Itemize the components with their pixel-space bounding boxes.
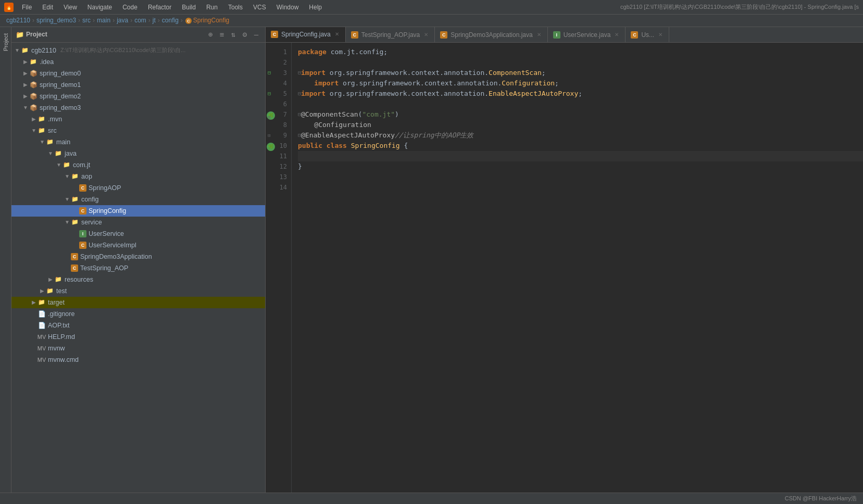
- kw-import-3: import: [301, 68, 326, 78]
- tree-aoptxt[interactable]: ▶ 📄 AOP.txt: [11, 320, 265, 331]
- demo3-icon: 📦: [29, 104, 37, 112]
- status-csdn: CSDN @FBI HackerHarry浩: [785, 495, 857, 502]
- menu-help[interactable]: Help: [305, 3, 326, 12]
- anno-enableaspect: @EnableAspectJAutoProxy: [301, 130, 395, 141]
- tree-mvnwcmd[interactable]: ▶ MV mvnw.cmd: [11, 354, 265, 366]
- tree-spring-demo3[interactable]: ▼ 📦 spring_demo3: [11, 102, 265, 114]
- tab-userservice-close[interactable]: ✕: [614, 31, 620, 39]
- tree-springdemo3app[interactable]: ▶ C SpringDemo3Application: [11, 251, 265, 262]
- target-icon: 📁: [37, 298, 46, 307]
- demo1-icon: 📦: [29, 81, 37, 89]
- springdemo3app-icon: C: [71, 253, 78, 260]
- tree-mvn[interactable]: ▶ 📁 .mvn: [11, 114, 265, 125]
- code-line-14: [298, 182, 863, 193]
- breadcrumb-spring_demo3[interactable]: spring_demo3: [36, 17, 76, 24]
- tree-spring-demo0[interactable]: ▶ 📦 spring_demo0: [11, 68, 265, 79]
- menu-run[interactable]: Run: [202, 3, 222, 12]
- tree-resources[interactable]: ▶ 📁 resources: [11, 274, 265, 285]
- root-arrow: ▼: [14, 47, 21, 54]
- kw-import-4: import: [314, 78, 339, 89]
- line-num-14: 14: [266, 182, 291, 193]
- demo2-icon: 📦: [29, 92, 37, 100]
- breadcrumb-com[interactable]: com: [134, 17, 146, 24]
- code-line-5: ⊟ import org.springframework.context.ann…: [298, 89, 863, 99]
- main-area: Project 📁 Project ⊕ ≡ ⇅ ⚙ — ▼ 📁 cgb2110 …: [0, 27, 863, 493]
- tab-us-icon: C: [631, 31, 638, 39]
- code-editor[interactable]: 1 2 ⊟ 3 4 ⊟ 5 6 🌿 ⊟ 7: [266, 43, 863, 493]
- tree-comjt[interactable]: ▼ 📁 com.jt: [11, 159, 265, 171]
- kw-package: package: [298, 47, 327, 57]
- panel-toolbar: ⊕ ≡ ⇅ ⚙ —: [206, 30, 261, 39]
- anno-componentscan: @ComponentScan: [301, 109, 358, 120]
- spring-icon-10: 🌿: [267, 143, 275, 151]
- resources-icon: 📁: [54, 275, 62, 284]
- springaop-icon: C: [79, 184, 86, 192]
- tree-springaop[interactable]: ▶ C SpringAOP: [11, 182, 265, 194]
- demo3-label: spring_demo3: [40, 104, 81, 111]
- tab-springdemo3app-icon: C: [440, 31, 447, 39]
- tab-userservice[interactable]: I UserService.java ✕: [548, 27, 626, 43]
- line-num-5: ⊟ 5: [266, 89, 291, 99]
- tree-spring-demo1[interactable]: ▶ 📦 spring_demo1: [11, 79, 265, 91]
- tab-springdemo3app[interactable]: C SpringDemo3Application.java ✕: [435, 27, 547, 43]
- toolbar-collapse-btn[interactable]: ≡: [217, 30, 227, 39]
- menu-file[interactable]: File: [18, 3, 36, 12]
- tree-gitignore[interactable]: ▶ 📄 .gitignore: [11, 308, 265, 320]
- tree-mvnw[interactable]: ▶ MV mvnw: [11, 343, 265, 354]
- tree-userserviceimpl[interactable]: ▶ C UserServiceImpl: [11, 240, 265, 251]
- menu-vcs[interactable]: VCS: [249, 3, 270, 12]
- service-icon: 📁: [71, 218, 79, 226]
- toolbar-add-btn[interactable]: ⊕: [206, 30, 215, 39]
- breadcrumb-jt[interactable]: jt: [153, 17, 156, 24]
- toolbar-hide-btn[interactable]: —: [252, 30, 261, 39]
- project-tab-label[interactable]: Project: [2, 31, 10, 53]
- tree-aop[interactable]: ▼ 📁 aop: [11, 171, 265, 182]
- tree-helpmd[interactable]: ▶ MV HELP.md: [11, 331, 265, 343]
- breadcrumb-cgb2110[interactable]: cgb2110: [6, 17, 30, 24]
- tree-userservice[interactable]: ▶ I UserService: [11, 228, 265, 240]
- breadcrumb-springconfig[interactable]: CSpringConfig: [185, 17, 229, 24]
- tree-service[interactable]: ▼ 📁 service: [11, 217, 265, 228]
- demo0-arrow: ▶: [22, 70, 29, 77]
- tab-testspringaop-close[interactable]: ✕: [423, 31, 429, 39]
- breadcrumb-src[interactable]: src: [82, 17, 91, 24]
- tab-us[interactable]: C Us... ✕: [626, 27, 669, 43]
- tree-config[interactable]: ▼ 📁 config: [11, 194, 265, 205]
- menu-tools[interactable]: Tools: [224, 3, 247, 12]
- tree-target[interactable]: ▶ 📁 target: [11, 297, 265, 308]
- tree-spring-demo2[interactable]: ▶ 📦 spring_demo2: [11, 91, 265, 102]
- tab-springconfig-close[interactable]: ✕: [334, 30, 340, 38]
- tree-test[interactable]: ▶ 📁 test: [11, 285, 265, 297]
- menu-view[interactable]: View: [59, 3, 81, 12]
- demo0-icon: 📦: [29, 69, 37, 78]
- breadcrumb-config[interactable]: config: [162, 17, 179, 24]
- tree-springconfig[interactable]: ▶ C SpringConfig: [11, 205, 265, 217]
- tree-main[interactable]: ▼ 📁 main: [11, 136, 265, 148]
- menu-edit[interactable]: Edit: [38, 3, 57, 12]
- java-icon: 📁: [54, 149, 62, 158]
- config-arrow: ▼: [64, 196, 71, 203]
- toolbar-settings-btn[interactable]: ⚙: [240, 30, 249, 39]
- code-content[interactable]: package com.jt.config; ⊟ import org.spri…: [292, 43, 863, 493]
- tree-root[interactable]: ▼ 📁 cgb2110 Z:\IT培训机构\达内\CGB2110\code\第三…: [11, 45, 265, 56]
- menu-navigate[interactable]: Navigate: [83, 3, 116, 12]
- project-panel-header: 📁 Project ⊕ ≡ ⇅ ⚙ —: [11, 27, 265, 43]
- menu-build[interactable]: Build: [178, 3, 200, 12]
- menu-window[interactable]: Window: [272, 3, 303, 12]
- tab-springconfig[interactable]: C SpringConfig.java ✕: [266, 27, 346, 43]
- tree-idea[interactable]: ▶ 📁 .idea: [11, 56, 265, 68]
- menu-code[interactable]: Code: [118, 3, 142, 12]
- tree-testspringaop[interactable]: ▶ C TestSpring_AOP: [11, 262, 265, 274]
- tab-testspringaop[interactable]: C TestSpring_AOP.java ✕: [346, 27, 435, 43]
- line-num-7: 🌿 ⊟ 7: [266, 109, 291, 120]
- tree-java[interactable]: ▼ 📁 java: [11, 148, 265, 159]
- toolbar-sort-btn[interactable]: ⇅: [229, 30, 238, 39]
- line-num-6: 6: [266, 99, 291, 109]
- tab-us-close[interactable]: ✕: [657, 31, 664, 39]
- tree-src[interactable]: ▼ 📁 src: [11, 125, 265, 136]
- menu-refactor[interactable]: Refactor: [144, 3, 176, 12]
- tab-springdemo3app-close[interactable]: ✕: [536, 31, 542, 39]
- line-num-1: 1: [266, 47, 291, 57]
- breadcrumb-java[interactable]: java: [117, 17, 128, 24]
- breadcrumb-main[interactable]: main: [97, 17, 110, 24]
